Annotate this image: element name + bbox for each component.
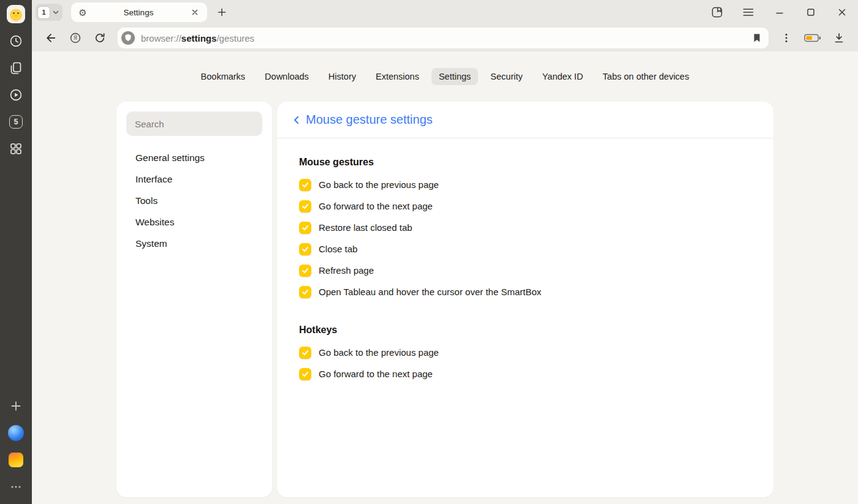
tab-strip: 1 ⚙ Settings [32, 0, 858, 24]
gesture-row[interactable]: Close tab [299, 238, 751, 260]
nav-item-extensions[interactable]: Extensions [368, 68, 427, 85]
active-tab-settings[interactable]: ⚙ Settings [71, 2, 207, 22]
nav-item-yandex-id[interactable]: Yandex ID [535, 68, 591, 85]
panel-back-header[interactable]: Mouse gesture settings [277, 102, 773, 138]
settings-menu: General settings Interface Tools Website… [126, 147, 262, 254]
checkbox-checked-icon[interactable] [299, 200, 311, 213]
section-mouse-gestures: Mouse gestures Go back to the previous p… [299, 157, 751, 303]
gear-icon: ⚙ [77, 8, 88, 17]
url-text: browser://settings/gestures [141, 33, 254, 43]
menu-hamburger-icon[interactable] [741, 5, 756, 20]
url-host: settings [181, 33, 217, 43]
checkbox-label: Go forward to the next page [319, 201, 433, 211]
gesture-row[interactable]: Go forward to the next page [299, 195, 751, 217]
nav-item-bookmarks[interactable]: Bookmarks [194, 68, 253, 85]
page-title: Mouse gesture settings [306, 113, 433, 127]
checkbox-label: Go back to the previous page [319, 179, 439, 190]
apps-grid-icon[interactable] [6, 139, 26, 159]
strip-right-controls [710, 5, 849, 20]
browser-window: 5 1 ⚙ Settings [0, 0, 858, 504]
chevron-down-icon [51, 8, 60, 17]
profile-avatar[interactable] [6, 4, 26, 24]
rail-add-icon[interactable] [6, 396, 26, 416]
overflow-menu-icon[interactable] [777, 29, 795, 47]
bookmark-icon[interactable] [751, 32, 762, 43]
settings-top-nav: Bookmarks Downloads History Extensions S… [32, 67, 858, 86]
svg-text:Я: Я [74, 35, 77, 41]
hotkey-row[interactable]: Go forward to the next page [299, 363, 751, 385]
menu-item-websites[interactable]: Websites [126, 211, 262, 233]
section-heading: Mouse gestures [299, 157, 751, 168]
gesture-row[interactable]: Open Tableau and hover the cursor over t… [299, 281, 751, 303]
browser-logo-icon[interactable] [6, 423, 26, 443]
new-tab-button[interactable] [213, 4, 230, 21]
tab-group-count: 1 [37, 6, 50, 19]
checkbox-checked-icon[interactable] [299, 368, 311, 380]
nav-item-tabs-other-devices[interactable]: Tabs on other devices [595, 68, 696, 85]
documents-icon[interactable] [6, 58, 26, 78]
mail-logo [9, 453, 23, 467]
yandex-browser-logo [8, 425, 24, 441]
checkbox-checked-icon[interactable] [299, 265, 311, 277]
tab-title: Settings [88, 8, 189, 17]
section-hotkeys: Hotkeys Go back to the previous page Go … [299, 325, 751, 385]
hotkey-row[interactable]: Go back to the previous page [299, 342, 751, 363]
reload-button[interactable] [91, 29, 109, 47]
menu-item-interface[interactable]: Interface [126, 168, 262, 190]
window-minimize-button[interactable] [772, 5, 787, 20]
gesture-settings-card: Mouse gesture settings Mouse gestures Go… [277, 102, 773, 497]
side-rail: 5 [0, 0, 32, 504]
menu-item-system[interactable]: System [126, 233, 262, 254]
downloads-icon[interactable] [830, 29, 848, 47]
checkbox-label: Go back to the previous page [319, 347, 439, 358]
gesture-row[interactable]: Restore last closed tab [299, 217, 751, 238]
settings-page: Bookmarks Downloads History Extensions S… [32, 51, 858, 504]
tab-group-control[interactable]: 1 [36, 4, 63, 21]
chevron-left-icon [292, 115, 302, 125]
nav-item-security[interactable]: Security [483, 68, 530, 85]
yandex-home-icon[interactable]: Я [66, 29, 85, 47]
tabs-counter[interactable]: 5 [6, 112, 26, 132]
chrome-area: 1 ⚙ Settings [32, 0, 858, 504]
checkbox-label: Open Tableau and hover the cursor over t… [319, 287, 541, 297]
section-heading: Hotkeys [299, 325, 751, 336]
checkbox-label: Refresh page [319, 265, 374, 276]
nav-item-history[interactable]: History [321, 68, 363, 85]
back-button[interactable] [42, 29, 60, 47]
settings-sidebar-card: General settings Interface Tools Website… [116, 102, 272, 497]
window-maximize-button[interactable] [803, 5, 818, 20]
url-path: /gestures [216, 33, 254, 43]
menu-item-tools[interactable]: Tools [126, 190, 262, 211]
media-play-icon[interactable] [6, 85, 26, 105]
checkbox-checked-icon[interactable] [299, 347, 311, 359]
checkbox-label: Close tab [319, 244, 357, 254]
address-bar[interactable]: browser://settings/gestures [118, 28, 769, 48]
checkbox-label: Go forward to the next page [319, 369, 433, 379]
gesture-row[interactable]: Go back to the previous page [299, 174, 751, 195]
side-panel-toggle-icon[interactable] [710, 5, 724, 20]
gesture-row[interactable]: Refresh page [299, 260, 751, 281]
checkbox-checked-icon[interactable] [299, 243, 311, 255]
settings-cards: General settings Interface Tools Website… [32, 102, 858, 497]
checkbox-checked-icon[interactable] [299, 222, 311, 234]
checkbox-label: Restore last closed tab [319, 222, 412, 233]
history-icon[interactable] [6, 31, 26, 51]
nav-item-settings[interactable]: Settings [431, 68, 478, 85]
menu-item-general-settings[interactable]: General settings [126, 147, 262, 168]
battery-saver-icon[interactable] [802, 29, 824, 47]
settings-search-input[interactable] [126, 111, 262, 136]
nav-item-downloads[interactable]: Downloads [257, 68, 316, 85]
checkbox-checked-icon[interactable] [299, 179, 311, 191]
tab-count-badge: 5 [9, 115, 23, 129]
panel-body: Mouse gestures Go back to the previous p… [277, 138, 773, 403]
avatar-image [7, 5, 25, 23]
mail-app-icon[interactable] [6, 450, 26, 470]
url-scheme: browser:// [141, 33, 181, 43]
protect-shield-icon[interactable] [121, 31, 135, 45]
tab-close-icon[interactable] [189, 6, 201, 18]
checkbox-checked-icon[interactable] [299, 286, 311, 298]
toolbar: Я browser://settings/gestures [32, 24, 858, 51]
rail-more-icon[interactable] [6, 477, 26, 497]
window-close-button[interactable] [835, 5, 849, 20]
